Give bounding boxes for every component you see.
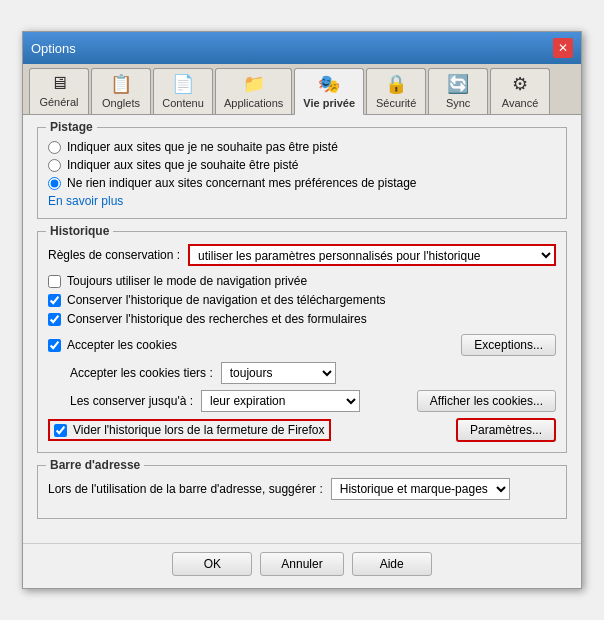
tab-bar: 🖥 Général 📋 Onglets 📄 Contenu 📁 Applicat…	[23, 64, 581, 115]
tab-general[interactable]: 🖥 Général	[29, 68, 89, 114]
conserver-inner: Les conserver jusqu'à : leur expiration …	[70, 390, 360, 412]
pistage-radio-group: Indiquer aux sites que je ne souhaite pa…	[48, 140, 556, 190]
pistage-label-3: Ne rien indiquer aux sites concernant me…	[67, 176, 417, 190]
cb-vider-historique[interactable]: Vider l'historique lors de la fermeture …	[48, 419, 331, 441]
pistage-section: Pistage Indiquer aux sites que je ne sou…	[37, 127, 567, 219]
barre-adresse-section: Barre d'adresse Lors de l'utilisation de…	[37, 465, 567, 519]
pistage-option-3[interactable]: Ne rien indiquer aux sites concernant me…	[48, 176, 556, 190]
annuler-button[interactable]: Annuler	[260, 552, 343, 576]
historique-section: Historique Règles de conservation : util…	[37, 231, 567, 453]
historique-title: Historique	[46, 224, 113, 238]
cb-vider-historique-label: Vider l'historique lors de la fermeture …	[73, 423, 325, 437]
cb-cookies-label: Accepter les cookies	[67, 338, 177, 352]
historique-checkboxes: Toujours utiliser le mode de navigation …	[48, 274, 556, 326]
tab-applications-label: Applications	[224, 97, 283, 109]
barre-adresse-select[interactable]: Historique et marque-pages Historique Ma…	[331, 478, 510, 500]
cb-historique-recherches-input[interactable]	[48, 313, 61, 326]
tab-securite[interactable]: 🔒 Sécurité	[366, 68, 426, 114]
pistage-option-1[interactable]: Indiquer aux sites que je ne souhaite pa…	[48, 140, 556, 154]
cb-historique-recherches-label: Conserver l'historique des recherches et…	[67, 312, 367, 326]
sync-icon: 🔄	[447, 73, 469, 95]
bottom-buttons: OK Annuler Aide	[23, 543, 581, 588]
barre-adresse-content: Lors de l'utilisation de la barre d'adre…	[48, 478, 556, 500]
cb-cookies-input[interactable]	[48, 339, 61, 352]
content-area: Pistage Indiquer aux sites que je ne sou…	[23, 115, 581, 543]
regles-label: Règles de conservation :	[48, 248, 180, 262]
ok-button[interactable]: OK	[172, 552, 252, 576]
applications-icon: 📁	[243, 73, 265, 95]
cb-cookies[interactable]: Accepter les cookies	[48, 338, 177, 352]
tab-general-label: Général	[39, 96, 78, 108]
close-button[interactable]: ✕	[553, 38, 573, 58]
cb-historique-navigation-label: Conserver l'historique de navigation et …	[67, 293, 385, 307]
cb-navigation-privee-input[interactable]	[48, 275, 61, 288]
tab-applications[interactable]: 📁 Applications	[215, 68, 292, 114]
tab-onglets-label: Onglets	[102, 97, 140, 109]
cookies-tiers-select[interactable]: toujours jamais des sites visités	[221, 362, 336, 384]
cb-historique-recherches[interactable]: Conserver l'historique des recherches et…	[48, 312, 556, 326]
pistage-label-2: Indiquer aux sites que je souhaite être …	[67, 158, 298, 172]
general-icon: 🖥	[50, 73, 68, 94]
pistage-radio-1[interactable]	[48, 141, 61, 154]
cb-navigation-privee-label: Toujours utiliser le mode de navigation …	[67, 274, 307, 288]
regles-row: Règles de conservation : utiliser les pa…	[48, 244, 556, 266]
options-dialog: Options ✕ 🖥 Général 📋 Onglets 📄 Contenu …	[22, 31, 582, 589]
barre-adresse-row: Lors de l'utilisation de la barre d'adre…	[48, 478, 556, 500]
pistage-label-1: Indiquer aux sites que je ne souhaite pa…	[67, 140, 338, 154]
vie-privee-icon: 🎭	[318, 73, 340, 95]
exceptions-button[interactable]: Exceptions...	[461, 334, 556, 356]
en-savoir-plus-link[interactable]: En savoir plus	[48, 194, 123, 208]
tab-avance-label: Avancé	[502, 97, 539, 109]
aide-button[interactable]: Aide	[352, 552, 432, 576]
cookies-row: Accepter les cookies Exceptions...	[48, 334, 556, 356]
tab-contenu-label: Contenu	[162, 97, 204, 109]
tab-avance[interactable]: ⚙ Avancé	[490, 68, 550, 114]
tab-contenu[interactable]: 📄 Contenu	[153, 68, 213, 114]
cb-historique-navigation-input[interactable]	[48, 294, 61, 307]
cb-historique-navigation[interactable]: Conserver l'historique de navigation et …	[48, 293, 556, 307]
pistage-radio-3[interactable]	[48, 177, 61, 190]
pistage-radio-2[interactable]	[48, 159, 61, 172]
conserver-row: Les conserver jusqu'à : leur expiration …	[70, 390, 556, 412]
contenu-icon: 📄	[172, 73, 194, 95]
cb-navigation-privee[interactable]: Toujours utiliser le mode de navigation …	[48, 274, 556, 288]
tab-securite-label: Sécurité	[376, 97, 416, 109]
pistage-content: Indiquer aux sites que je ne souhaite pa…	[48, 140, 556, 208]
conserver-label: Les conserver jusqu'à :	[70, 394, 193, 408]
cb-vider-historique-input[interactable]	[54, 424, 67, 437]
title-bar: Options ✕	[23, 32, 581, 64]
tab-sync-label: Sync	[446, 97, 470, 109]
regles-select[interactable]: utiliser les paramètres personnalisés po…	[188, 244, 556, 266]
conserver-select[interactable]: leur expiration la fermeture de Firefox …	[201, 390, 360, 412]
cookies-tiers-label: Accepter les cookies tiers :	[70, 366, 213, 380]
onglets-icon: 📋	[110, 73, 132, 95]
securite-icon: 🔒	[385, 73, 407, 95]
tab-onglets[interactable]: 📋 Onglets	[91, 68, 151, 114]
historique-content: Règles de conservation : utiliser les pa…	[48, 244, 556, 442]
avance-icon: ⚙	[512, 73, 528, 95]
dialog-title: Options	[31, 41, 76, 56]
tab-sync[interactable]: 🔄 Sync	[428, 68, 488, 114]
cookies-tiers-row: Accepter les cookies tiers : toujours ja…	[70, 362, 556, 384]
barre-adresse-label: Lors de l'utilisation de la barre d'adre…	[48, 482, 323, 496]
tab-vie-privee-label: Vie privée	[303, 97, 355, 109]
vider-row: Vider l'historique lors de la fermeture …	[48, 418, 556, 442]
afficher-cookies-button[interactable]: Afficher les cookies...	[417, 390, 556, 412]
tab-vie-privee[interactable]: 🎭 Vie privée	[294, 68, 364, 115]
pistage-option-2[interactable]: Indiquer aux sites que je souhaite être …	[48, 158, 556, 172]
parametres-button[interactable]: Paramètres...	[456, 418, 556, 442]
barre-adresse-title: Barre d'adresse	[46, 458, 144, 472]
pistage-title: Pistage	[46, 120, 97, 134]
